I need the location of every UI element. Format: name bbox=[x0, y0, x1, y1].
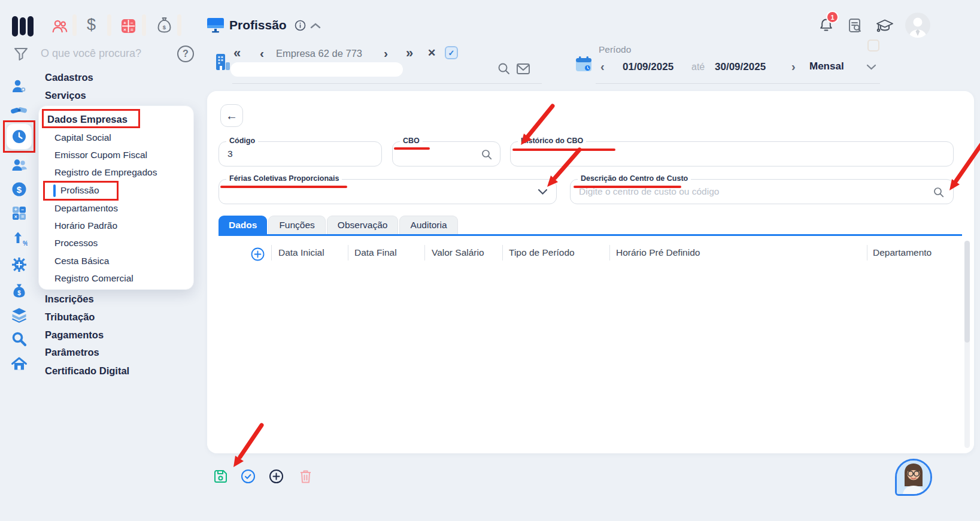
submenu-item-departamentos[interactable]: Departamentos bbox=[54, 203, 118, 214]
clock-icon bbox=[11, 128, 28, 145]
submenu-item-registro-de-empregados[interactable]: Registro de Empregados bbox=[54, 167, 157, 178]
calendar-icon bbox=[575, 55, 593, 73]
submenu-item-cesta-basica[interactable]: Cesta Básica bbox=[54, 256, 109, 266]
document-search-icon[interactable] bbox=[847, 17, 863, 34]
table-scrollbar-thumb[interactable] bbox=[964, 241, 970, 343]
company-search-icon[interactable] bbox=[497, 62, 511, 76]
column-header-tipo-periodo[interactable]: Tipo de Período bbox=[509, 247, 575, 258]
tab-auditoria[interactable]: Auditoria bbox=[399, 216, 457, 234]
tab-dados[interactable]: Dados bbox=[219, 216, 267, 234]
back-button[interactable]: ← bbox=[220, 104, 243, 127]
info-icon[interactable] bbox=[295, 20, 306, 31]
page-title: Profissão bbox=[229, 18, 287, 32]
ferias-coletivas-select[interactable] bbox=[227, 180, 533, 204]
company-section-divider bbox=[232, 83, 542, 84]
svg-text:=: = bbox=[131, 27, 134, 32]
svg-text:−: − bbox=[131, 20, 134, 26]
sidebar-item-pagamentos[interactable]: Pagamentos bbox=[45, 329, 104, 341]
period-mode-select[interactable]: Mensal bbox=[809, 60, 844, 72]
column-header-data-inicial[interactable]: Data Inicial bbox=[278, 247, 324, 258]
rail-search-icon[interactable] bbox=[11, 331, 28, 347]
centro-custo-search-icon[interactable] bbox=[933, 186, 945, 198]
help-icon[interactable]: ? bbox=[177, 46, 194, 62]
codigo-input[interactable] bbox=[227, 142, 361, 166]
company-mail-icon[interactable] bbox=[516, 62, 530, 75]
employees-module-icon[interactable] bbox=[51, 18, 68, 35]
tab-observacao[interactable]: Observação bbox=[327, 216, 399, 234]
rail-calculator-icon[interactable]: + − × = bbox=[11, 205, 28, 222]
rail-user-settings-icon[interactable] bbox=[11, 78, 28, 95]
period-next-button[interactable]: › bbox=[791, 60, 796, 74]
app-logo[interactable] bbox=[12, 16, 36, 37]
sidebar-item-servicos[interactable]: Serviços bbox=[45, 90, 86, 101]
delete-button[interactable] bbox=[299, 469, 312, 484]
historico-cbo-input[interactable] bbox=[519, 142, 933, 166]
submenu-item-capital-social[interactable]: Capital Social bbox=[54, 132, 111, 143]
historico-cbo-field: Histórico do CBO bbox=[510, 141, 954, 166]
centro-custo-field: Descrição do Centro de Custo bbox=[570, 179, 954, 204]
svg-text:$: $ bbox=[17, 184, 22, 195]
submenu-item-processos[interactable]: Processos bbox=[54, 238, 98, 249]
company-position-label: Empresa 62 de 773 bbox=[276, 48, 362, 59]
submenu-item-horario-padrao[interactable]: Horário Padrão bbox=[54, 220, 117, 231]
save-button[interactable] bbox=[213, 469, 228, 484]
sidebar-item-parametros[interactable]: Parâmetros bbox=[45, 347, 99, 358]
financial-module-icon[interactable]: $ bbox=[87, 16, 96, 34]
centro-custo-input[interactable] bbox=[579, 180, 930, 204]
column-header-valor-salario[interactable]: Valor Salário bbox=[432, 247, 484, 258]
company-first-button[interactable]: « bbox=[233, 46, 241, 61]
confirm-button[interactable] bbox=[241, 469, 256, 484]
rail-moneybag-icon[interactable]: $ bbox=[11, 283, 28, 299]
sidebar-item-inscricoes[interactable]: Inscrições bbox=[45, 293, 94, 305]
screen-monitor-icon bbox=[207, 17, 224, 34]
cbo-field: CBO bbox=[392, 141, 500, 166]
user-avatar[interactable] bbox=[905, 13, 930, 38]
company-next-button[interactable]: › bbox=[384, 46, 388, 60]
period-start-date[interactable]: 01/09/2025 bbox=[623, 61, 673, 73]
submenu-item-emissor-cupom-fiscal[interactable]: Emissor Cupom Fiscal bbox=[54, 150, 147, 160]
company-active-checkbox[interactable]: ✓ bbox=[445, 46, 458, 59]
support-chat-avatar[interactable] bbox=[895, 459, 932, 496]
company-close-button[interactable]: ✕ bbox=[427, 47, 436, 59]
column-header-horario-pre-definido[interactable]: Horário Pré Definido bbox=[616, 247, 700, 258]
period-prev-button[interactable]: ‹ bbox=[600, 60, 605, 74]
rail-home-icon[interactable] bbox=[11, 356, 28, 372]
rail-handshake-icon[interactable] bbox=[10, 102, 28, 119]
svg-text:+: + bbox=[14, 207, 17, 213]
sidebar-search-input[interactable]: O que você procura? bbox=[41, 47, 178, 60]
payroll-moneybag-icon[interactable]: $ bbox=[156, 16, 172, 34]
cbo-input[interactable] bbox=[401, 142, 477, 166]
rail-team-icon[interactable] bbox=[11, 157, 28, 174]
cbo-search-icon[interactable] bbox=[481, 149, 493, 160]
calculator-module-icon[interactable]: + − × = bbox=[121, 19, 136, 34]
company-last-button[interactable]: » bbox=[406, 46, 413, 61]
filter-funnel-icon[interactable] bbox=[13, 46, 29, 62]
company-name-field[interactable] bbox=[230, 62, 403, 77]
add-button[interactable] bbox=[269, 469, 284, 484]
rail-growth-icon[interactable]: % bbox=[11, 231, 28, 247]
period-end-date[interactable]: 30/09/2025 bbox=[715, 61, 766, 73]
tab-funcoes[interactable]: Funções bbox=[268, 216, 325, 234]
sidebar-item-cadastros[interactable]: Cadastros bbox=[45, 72, 93, 83]
period-mode-chevron-icon[interactable] bbox=[866, 64, 876, 70]
column-header-departamento[interactable]: Departamento bbox=[873, 247, 932, 258]
annotation-underline-centro-custo bbox=[574, 186, 681, 188]
period-section-divider bbox=[596, 83, 880, 84]
training-graduation-cap-icon[interactable] bbox=[875, 17, 894, 34]
column-header-data-final[interactable]: Data Final bbox=[354, 247, 397, 258]
rail-layers-icon[interactable] bbox=[11, 307, 28, 323]
company-prev-button[interactable]: ‹ bbox=[260, 46, 264, 60]
submenu-item-registro-comercial[interactable]: Registro Comercial bbox=[54, 273, 134, 284]
period-checkbox[interactable] bbox=[867, 40, 879, 52]
rail-gear-icon[interactable] bbox=[11, 256, 28, 273]
tab-bar: Dados Funções Observação Auditoria bbox=[219, 216, 459, 234]
sidebar-item-certificado-digital[interactable]: Certificado Digital bbox=[45, 365, 129, 377]
collapse-header-chevron-icon[interactable] bbox=[310, 22, 321, 29]
ferias-chevron-down-icon[interactable] bbox=[538, 189, 548, 195]
svg-text:−: − bbox=[21, 207, 24, 213]
rail-timesheet-clock-item[interactable] bbox=[6, 123, 32, 150]
rail-currency-icon[interactable]: $ bbox=[11, 181, 28, 198]
table-scrollbar[interactable] bbox=[964, 241, 970, 448]
sidebar-item-tributacao[interactable]: Tributação bbox=[45, 311, 95, 323]
add-row-button[interactable] bbox=[251, 247, 265, 261]
